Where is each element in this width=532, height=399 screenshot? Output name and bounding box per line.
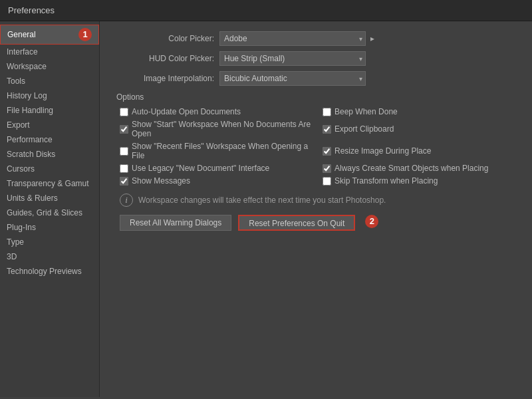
- sidebar-item-type[interactable]: Type: [0, 235, 99, 249]
- checkbox-4-1[interactable]: [323, 177, 331, 186]
- sidebar-item-general[interactable]: General1: [0, 25, 99, 45]
- sidebar: General1InterfaceWorkspaceToolsHistory L…: [0, 21, 100, 397]
- hud-color-picker-select[interactable]: Hue Strip (Small): [219, 51, 366, 66]
- checkbox-row: Show "Recent Files" Workspace When Openi…: [120, 142, 316, 160]
- sidebar-item-3d[interactable]: 3D: [0, 249, 99, 264]
- annotation-2: 2: [365, 215, 378, 228]
- sidebar-item-plug-ins[interactable]: Plug-Ins: [0, 220, 99, 235]
- checkbox-row: Show Messages: [120, 176, 316, 186]
- color-picker-label: Color Picker:: [113, 34, 219, 43]
- options-label: Options: [113, 92, 519, 102]
- checkbox-row: Show "Start" Workspace When No Documents…: [120, 120, 316, 138]
- sidebar-item-performance[interactable]: Performance: [0, 132, 99, 147]
- title-bar: Preferences: [0, 0, 532, 21]
- checkbox-3-1[interactable]: [323, 164, 331, 173]
- info-text: Workspace changes will take effect the n…: [138, 196, 386, 205]
- content-panel: Color Picker: Adobe ▸ HUD Color Picker: …: [100, 21, 532, 397]
- checkbox-row: Auto-Update Open Documents: [120, 107, 316, 116]
- window-title: Preferences: [8, 5, 55, 15]
- checkbox-row: Resize Image During Place: [323, 142, 519, 160]
- right-arrow: ▸: [366, 34, 379, 43]
- sidebar-item-history-log[interactable]: History Log: [0, 88, 99, 103]
- checkbox-row: Beep When Done: [323, 107, 519, 116]
- info-icon: i: [120, 194, 133, 207]
- sidebar-item-cursors[interactable]: Cursors: [0, 162, 99, 176]
- checkbox-1-1[interactable]: [323, 125, 331, 134]
- annotation-1: 1: [78, 28, 92, 41]
- checkbox-row: Export Clipboard: [323, 120, 519, 138]
- checkbox-2-1[interactable]: [323, 147, 331, 156]
- checkbox-2-0[interactable]: [120, 147, 128, 156]
- color-picker-select[interactable]: Adobe: [219, 31, 366, 46]
- checkbox-row: Always Create Smart Objects when Placing: [323, 164, 519, 173]
- checkbox-4-0[interactable]: [120, 177, 128, 186]
- sidebar-item-transparency--gamut[interactable]: Transparency & Gamut: [0, 176, 99, 191]
- sidebar-item-tools[interactable]: Tools: [0, 74, 99, 88]
- sidebar-item-workspace[interactable]: Workspace: [0, 59, 99, 74]
- info-row: i Workspace changes will take effect the…: [120, 194, 519, 207]
- options-grid: Auto-Update Open DocumentsBeep When Done…: [113, 107, 519, 186]
- sidebar-item-technology-previews[interactable]: Technology Previews: [0, 264, 99, 279]
- checkbox-1-0[interactable]: [120, 125, 128, 134]
- checkbox-row: Use Legacy "New Document" Interface: [120, 164, 316, 173]
- checkbox-0-1[interactable]: [323, 108, 331, 116]
- checkbox-0-0[interactable]: [120, 108, 128, 116]
- sidebar-item-units--rulers[interactable]: Units & Rulers: [0, 191, 99, 205]
- sidebar-item-scratch-disks[interactable]: Scratch Disks: [0, 147, 99, 162]
- image-interpolation-select[interactable]: Bicubic Automatic: [219, 71, 366, 86]
- sidebar-item-export[interactable]: Export: [0, 118, 99, 132]
- hud-color-picker-label: HUD Color Picker:: [113, 54, 219, 63]
- reset-preferences-button[interactable]: Reset Preferences On Quit: [238, 215, 355, 231]
- sidebar-item-guides-grid--slices[interactable]: Guides, Grid & Slices: [0, 205, 99, 220]
- image-interpolation-label: Image Interpolation:: [113, 74, 219, 83]
- sidebar-item-file-handling[interactable]: File Handling: [0, 103, 99, 118]
- checkbox-row: Skip Transform when Placing: [323, 176, 519, 186]
- reset-warning-button[interactable]: Reset All Warning Dialogs: [120, 215, 231, 231]
- checkbox-3-0[interactable]: [120, 164, 128, 173]
- sidebar-item-interface[interactable]: Interface: [0, 45, 99, 59]
